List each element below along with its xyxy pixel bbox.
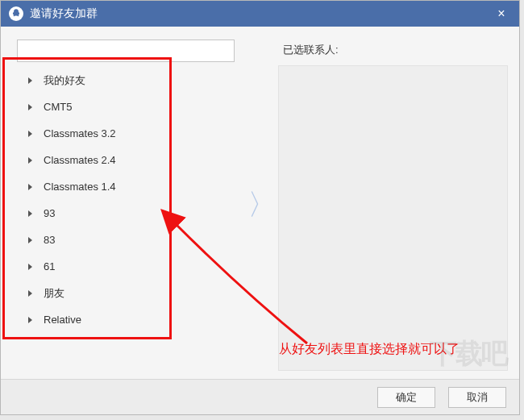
dialog-footer: 确定 取消 (1, 379, 519, 414)
app-icon (9, 6, 23, 21)
right-panel: 已选联系人: (278, 40, 508, 371)
group-label: Classmates 2.4 (44, 154, 116, 166)
cancel-button[interactable]: 取消 (448, 387, 506, 408)
ok-button[interactable]: 确定 (377, 387, 435, 408)
chevron-right-icon (28, 131, 32, 137)
friend-group-list: 我的好友 CMT5 Classmates 3.2 Classmates 2.4 … (12, 67, 246, 371)
group-label: 61 (44, 260, 55, 272)
selected-contacts-box (278, 65, 508, 371)
group-label: 93 (44, 207, 55, 219)
left-panel: 我的好友 CMT5 Classmates 3.2 Classmates 2.4 … (12, 40, 246, 371)
group-label: 朋友 (44, 286, 64, 301)
chevron-right-icon (28, 290, 32, 297)
group-label: Classmates 3.2 (44, 127, 116, 139)
transfer-right-icon[interactable]: 〉 (247, 185, 277, 225)
friend-group[interactable]: Relative (17, 306, 246, 333)
group-label: Classmates 1.4 (44, 181, 116, 193)
transfer-column: 〉 (246, 40, 278, 371)
group-label: 我的好友 (44, 73, 85, 88)
chevron-right-icon (28, 264, 32, 270)
friend-group[interactable]: 93 (17, 200, 246, 227)
chevron-right-icon (28, 317, 32, 323)
invite-dialog: 邀请好友加群 × 我的好友 CMT5 Classmates 3.2 Classm… (0, 0, 520, 415)
titlebar: 邀请好友加群 × (1, 1, 519, 27)
friend-group[interactable]: 我的好友 (17, 67, 246, 94)
dialog-body: 我的好友 CMT5 Classmates 3.2 Classmates 2.4 … (1, 27, 519, 379)
friend-group[interactable]: 61 (17, 253, 246, 280)
window-title: 邀请好友加群 (30, 6, 492, 21)
chevron-right-icon (28, 184, 32, 190)
chevron-right-icon (28, 210, 32, 217)
group-label: CMT5 (44, 101, 72, 113)
close-button[interactable]: × (492, 4, 511, 23)
friend-group[interactable]: Classmates 1.4 (17, 173, 246, 200)
group-label: Relative (44, 314, 81, 326)
chevron-right-icon (28, 77, 32, 84)
chevron-right-icon (28, 104, 32, 110)
chevron-right-icon (28, 157, 32, 164)
friend-group[interactable]: CMT5 (17, 94, 246, 120)
search-input[interactable] (17, 40, 235, 62)
friend-group[interactable]: Classmates 3.2 (17, 120, 246, 147)
selected-contacts-label: 已选联系人: (278, 43, 508, 57)
group-label: 83 (44, 234, 55, 246)
chevron-right-icon (28, 237, 32, 243)
friend-group[interactable]: Classmates 2.4 (17, 147, 246, 173)
friend-group[interactable]: 朋友 (17, 280, 246, 306)
friend-group[interactable]: 83 (17, 227, 246, 253)
